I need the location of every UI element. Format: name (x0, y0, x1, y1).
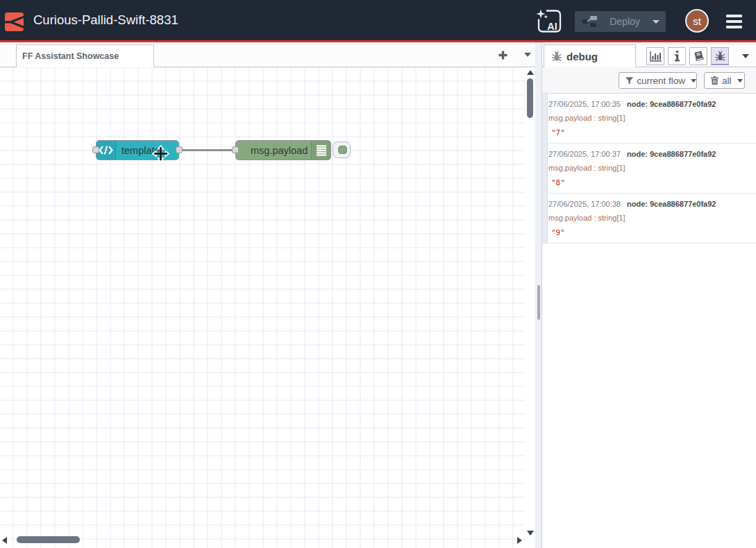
template-input-port[interactable] (92, 146, 99, 153)
debug-message[interactable]: 27/06/2025, 17:00:35node: 9cea886877e0fa… (542, 94, 756, 144)
main-menu-button[interactable] (726, 15, 742, 28)
bar-chart-icon (650, 51, 662, 62)
sidebar-splitter[interactable] (535, 42, 542, 548)
message-timestamp: 27/06/2025, 17:00:37 (548, 150, 621, 158)
canvas-horizontal-scrollbar[interactable] (0, 536, 525, 548)
flowfuse-logo-icon (5, 12, 24, 31)
scroll-right-arrow-icon[interactable] (517, 537, 522, 544)
debug-node-icon-region (311, 141, 330, 160)
project-title: Curious-Pallid-Swift-8831 (33, 0, 178, 40)
scroll-up-arrow-icon[interactable] (527, 70, 534, 75)
header: Curious-Pallid-Swift-8831 AI Deploy st (0, 0, 756, 42)
message-timestamp: 27/06/2025, 17:00:35 (548, 100, 621, 108)
message-node-id: node: 9cea886877e0fa92 (627, 200, 716, 208)
message-node-id: node: 9cea886877e0fa92 (627, 150, 716, 158)
node-red-editor: Curious-Pallid-Swift-8831 AI Deploy st (0, 0, 756, 548)
user-avatar[interactable]: st (685, 9, 709, 33)
chevron-down-icon (524, 53, 531, 57)
scroll-left-arrow-icon[interactable] (2, 537, 7, 544)
bug-icon (715, 51, 725, 62)
debug-enable-toggle[interactable] (333, 142, 351, 158)
template-node-icon-region (96, 141, 116, 160)
debug-message[interactable]: 27/06/2025, 17:00:38node: 9cea886877e0fa… (542, 194, 756, 243)
debug-pane-button[interactable] (711, 47, 729, 65)
svg-text:AI: AI (547, 21, 557, 32)
debug-clear-button[interactable]: all (704, 72, 745, 89)
deploy-icon (582, 15, 597, 28)
info-icon (675, 51, 680, 62)
message-timestamp: 27/06/2025, 17:00:38 (548, 200, 621, 208)
node-debug[interactable]: msg.payload (235, 140, 331, 160)
filter-icon (625, 77, 633, 85)
message-node-id: node: 9cea886877e0fa92 (627, 100, 716, 108)
book-icon (693, 51, 705, 62)
menu-bar (726, 15, 742, 17)
chevron-down-icon (737, 79, 743, 83)
debug-toggle-indicator (338, 146, 347, 154)
move-cursor-icon (152, 145, 169, 162)
project-title-text: Curious-Pallid-Swift-8831 (33, 12, 178, 27)
deploy-button[interactable]: Deploy (575, 11, 666, 32)
menu-bar (726, 20, 742, 23)
bug-icon (551, 51, 562, 62)
debug-output-icon (317, 145, 326, 156)
code-icon (99, 146, 113, 155)
message-value[interactable]: "7" (551, 128, 565, 137)
menu-bar (726, 26, 742, 28)
debug-input-port[interactable] (232, 146, 239, 153)
sidebar-menu-chevron-icon[interactable] (742, 54, 749, 58)
debug-message[interactable]: 27/06/2025, 17:00:37node: 9cea886877e0fa… (542, 144, 756, 194)
debug-tab-label: debug (566, 51, 598, 62)
flow-canvas[interactable]: template msg.payload (0, 67, 535, 548)
splitter-grip[interactable] (537, 285, 540, 320)
message-topic[interactable]: msg.payload : string[1] (548, 214, 625, 222)
wire-template-to-debug[interactable] (179, 149, 235, 151)
chevron-down-icon (691, 79, 696, 83)
deploy-options-chevron-icon[interactable] (653, 20, 660, 24)
debug-messages: 27/06/2025, 17:00:35node: 9cea886877e0fa… (542, 94, 756, 548)
flow-list-button[interactable] (518, 45, 537, 65)
sidebar: debug (542, 42, 756, 548)
trash-icon (711, 76, 719, 85)
canvas-vertical-scrollbar[interactable] (525, 67, 535, 548)
tab-debug[interactable]: debug (544, 44, 636, 67)
scroll-down-arrow-icon[interactable] (527, 531, 534, 536)
vertical-scrollbar-thumb[interactable] (527, 78, 533, 118)
ai-assistant-button[interactable]: AI (536, 6, 564, 35)
horizontal-scrollbar-thumb[interactable] (17, 536, 80, 543)
tab-ff-assistant-showcase[interactable]: FF Assistant Showcase (16, 44, 154, 67)
add-flow-button[interactable] (493, 45, 512, 65)
filter-label: current flow (637, 76, 685, 86)
message-value[interactable]: "9" (551, 228, 565, 237)
message-topic[interactable]: msg.payload : string[1] (548, 164, 625, 172)
message-value[interactable]: "8" (551, 178, 565, 187)
clear-label: all (722, 76, 732, 86)
template-output-port[interactable] (176, 146, 183, 153)
deploy-label: Deploy (597, 16, 653, 27)
help-button[interactable] (689, 47, 707, 65)
canvas-grid (0, 67, 525, 548)
debug-node-label: msg.payload (251, 145, 308, 156)
dashboard-chart-button[interactable] (646, 47, 664, 65)
flow-tab-label: FF Assistant Showcase (22, 51, 119, 61)
info-button[interactable] (668, 47, 686, 65)
debug-toolbar: current flow all (542, 67, 756, 94)
workspace-tabbar: FF Assistant Showcase (0, 42, 535, 67)
debug-filter-button[interactable]: current flow (619, 72, 697, 89)
message-topic[interactable]: msg.payload : string[1] (548, 114, 625, 122)
sidebar-header: debug (542, 42, 756, 67)
